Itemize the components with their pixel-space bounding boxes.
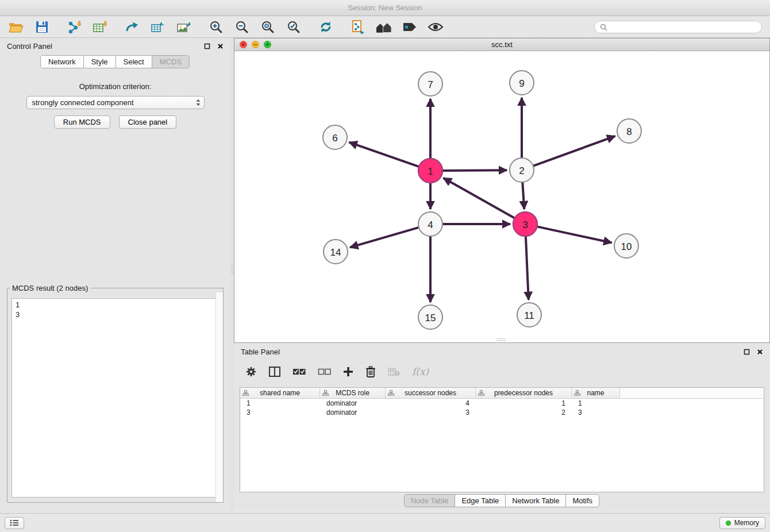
table-cell[interactable]: dominator xyxy=(320,408,386,417)
search-input[interactable] xyxy=(610,23,756,31)
delete-columns-button[interactable] xyxy=(365,366,376,377)
node-label: 3 xyxy=(522,219,528,230)
result-scrollbar[interactable] xyxy=(215,292,223,502)
table-cell[interactable]: dominator xyxy=(320,399,386,408)
zoom-out-button[interactable] xyxy=(234,20,250,35)
refresh-icon xyxy=(319,20,333,34)
apply-layout-button[interactable] xyxy=(318,20,334,35)
close-table-panel-icon[interactable] xyxy=(757,349,763,355)
criterion-dropdown[interactable]: strongly connected component xyxy=(26,96,205,109)
node-9[interactable]: 9 xyxy=(510,71,534,95)
float-panel-icon[interactable] xyxy=(204,43,210,49)
network-window-titlebar[interactable]: scc.txt xyxy=(234,38,769,51)
tab-mcds[interactable]: MCDS xyxy=(152,55,190,68)
table-cell[interactable]: 3 xyxy=(572,408,620,417)
float-table-panel-icon[interactable] xyxy=(744,349,750,355)
export-table-icon xyxy=(151,20,165,34)
edge-2-8[interactable] xyxy=(533,136,615,166)
eye-icon xyxy=(428,22,444,32)
table-cell[interactable]: 1 xyxy=(476,399,572,408)
import-table-button[interactable] xyxy=(92,20,108,35)
edge-4-14[interactable] xyxy=(350,228,419,248)
toolbar-search[interactable] xyxy=(594,21,762,33)
table-row[interactable]: 1dominator411 xyxy=(240,399,764,408)
tab-select[interactable]: Select xyxy=(116,55,152,68)
select-all-columns-button[interactable] xyxy=(292,368,306,376)
table-cell[interactable]: 3 xyxy=(386,408,476,417)
tab-motifs[interactable]: Motifs xyxy=(565,494,599,507)
table-cell[interactable]: 2 xyxy=(476,408,572,417)
apply-style-button[interactable] xyxy=(402,20,418,35)
zoom-in-button[interactable] xyxy=(208,20,224,35)
network-canvas-svg[interactable]: 7968124314101511 xyxy=(234,51,769,342)
clone-network-button[interactable] xyxy=(350,20,366,35)
edge-1-2[interactable] xyxy=(442,170,507,171)
node-label: 1 xyxy=(428,166,433,177)
node-7[interactable]: 7 xyxy=(418,72,442,96)
memory-button[interactable]: Memory xyxy=(719,517,765,529)
show-hide-button[interactable] xyxy=(428,20,444,35)
export-table-button[interactable] xyxy=(150,20,166,35)
node-4[interactable]: 4 xyxy=(418,212,442,236)
mcds-result-list[interactable]: 13 xyxy=(11,298,219,498)
network-canvas[interactable]: 7968124314101511 xyxy=(234,51,769,342)
node-3[interactable]: 3 xyxy=(513,212,537,236)
node-14[interactable]: 14 xyxy=(324,240,348,264)
tab-style[interactable]: Style xyxy=(83,55,116,68)
edge-3-1[interactable] xyxy=(444,178,515,218)
node-11[interactable]: 11 xyxy=(517,303,541,327)
node-10[interactable]: 10 xyxy=(614,234,638,258)
node-2[interactable]: 2 xyxy=(510,158,534,182)
maximize-window-icon[interactable] xyxy=(264,41,271,48)
minimize-window-icon[interactable] xyxy=(252,41,259,48)
table-cell[interactable]: 3 xyxy=(240,408,320,417)
import-network-icon xyxy=(67,20,82,34)
import-network-button[interactable] xyxy=(66,20,82,35)
deselect-all-columns-button[interactable] xyxy=(318,368,331,376)
edge-1-6[interactable] xyxy=(349,142,419,167)
column-header-predecessor-nodes[interactable]: predecessor nodes xyxy=(476,388,572,398)
tab-network-table[interactable]: Network Table xyxy=(505,494,566,507)
table-cell[interactable]: 1 xyxy=(572,399,620,408)
table-row[interactable]: 3dominator323 xyxy=(240,408,764,417)
tab-edge-table[interactable]: Edge Table xyxy=(455,494,506,507)
edge-3-11[interactable] xyxy=(526,236,529,300)
table-cell[interactable]: 1 xyxy=(240,399,320,408)
edge-3-10[interactable] xyxy=(537,226,612,242)
export-image-button[interactable] xyxy=(176,20,192,35)
table-cell[interactable]: 4 xyxy=(386,399,476,408)
zoom-fit-button[interactable] xyxy=(260,20,276,35)
tab-node-table[interactable]: Node Table xyxy=(404,494,456,507)
create-column-button[interactable] xyxy=(343,367,353,377)
column-header-successor-nodes[interactable]: successor nodes xyxy=(386,388,476,398)
edge-2-3[interactable] xyxy=(522,182,524,209)
save-session-button[interactable] xyxy=(34,20,50,35)
open-session-button[interactable] xyxy=(8,20,24,35)
status-menu-button[interactable] xyxy=(5,517,24,529)
canvas-resize-nub[interactable] xyxy=(496,338,506,341)
show-columns-button[interactable] xyxy=(269,367,280,377)
column-header-shared-name[interactable]: shared name xyxy=(240,388,320,398)
tab-network[interactable]: Network xyxy=(40,55,84,68)
node-label: 7 xyxy=(428,79,433,90)
optimization-criterion-label: Optimization criterion: xyxy=(0,82,230,91)
close-panel-icon[interactable] xyxy=(217,43,224,49)
export-network-button[interactable] xyxy=(124,20,140,35)
zoom-fit-icon xyxy=(261,20,275,34)
node-6[interactable]: 6 xyxy=(323,125,347,149)
first-neighbors-button[interactable] xyxy=(376,20,392,35)
column-type-icon xyxy=(574,390,580,396)
column-header-name[interactable]: name xyxy=(572,388,620,398)
node-15[interactable]: 15 xyxy=(418,305,442,329)
criterion-value: strongly connected component xyxy=(32,98,194,107)
column-settings-button[interactable] xyxy=(245,366,257,377)
node-label: 2 xyxy=(519,165,524,176)
close-panel-button[interactable]: Close panel xyxy=(119,115,177,129)
column-header-MCDS-role[interactable]: MCDS role xyxy=(320,388,386,398)
run-mcds-button[interactable]: Run MCDS xyxy=(54,115,110,129)
node-1[interactable]: 1 xyxy=(418,159,442,183)
node-8[interactable]: 8 xyxy=(617,119,641,143)
close-window-icon[interactable] xyxy=(240,41,247,48)
table-panel-title: Table Panel xyxy=(241,348,744,356)
zoom-selected-button[interactable] xyxy=(286,20,302,35)
